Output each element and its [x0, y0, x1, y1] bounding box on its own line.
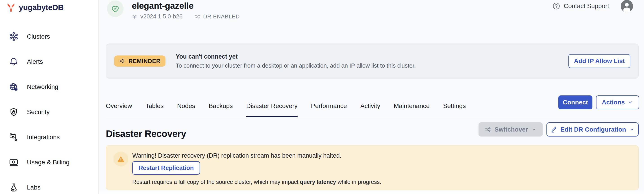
layers-icon [132, 14, 138, 20]
edit-dr-configuration-button[interactable]: Edit DR Configuration [546, 122, 638, 136]
switchover-label: Switchover [494, 126, 528, 133]
sidebar-item-label: Alerts [27, 58, 43, 65]
sidebar-item-label: Clusters [27, 33, 50, 40]
shield-lock-icon [8, 107, 19, 117]
tab-settings[interactable]: Settings [443, 95, 466, 117]
tab-maintenance[interactable]: Maintenance [394, 95, 430, 117]
tab-nodes[interactable]: Nodes [177, 95, 195, 117]
logo-text: yugabyteDB [19, 3, 64, 12]
warning-note-bold: query latency [300, 179, 336, 185]
app-root: yugabyteDB Clusters [0, 0, 644, 194]
shuffle-icon [194, 14, 200, 20]
pencil-icon [550, 126, 557, 133]
actions-label: Actions [602, 99, 625, 106]
sidebar-nav: Clusters Alerts [0, 24, 98, 194]
actions-dropdown-button[interactable]: Actions [596, 95, 639, 109]
restart-replication-button[interactable]: Restart Replication [132, 161, 200, 175]
billing-icon [8, 157, 19, 167]
chevron-down-icon [531, 127, 536, 132]
chevron-down-icon [629, 127, 634, 132]
reminder-message: To connect to your cluster from a deskto… [176, 62, 416, 69]
yugabytedb-logo-icon [6, 2, 16, 13]
sidebar-item-label: Labs [27, 184, 40, 191]
contact-support-link[interactable]: Contact Support [552, 2, 609, 10]
globe-gear-icon [8, 82, 19, 92]
question-circle-icon [552, 2, 560, 10]
reminder-banner: REMINDER You can't connect yet To connec… [106, 44, 638, 79]
connect-button[interactable]: Connect [558, 95, 592, 109]
dr-action-buttons: Switchover Edit DR Configuration [478, 122, 638, 136]
warning-triangle-icon [117, 155, 125, 163]
tab-overview[interactable]: Overview [106, 95, 132, 117]
sidebar-item-alerts[interactable]: Alerts [0, 49, 98, 74]
warning-title: Warning! Disaster recovery (DR) replicat… [132, 152, 341, 159]
dr-halted-warning-banner: Warning! Disaster recovery (DR) replicat… [106, 145, 638, 190]
tab-performance[interactable]: Performance [311, 95, 347, 117]
sidebar-item-labs[interactable]: Labs [0, 175, 98, 194]
yugabytedb-logo[interactable]: yugabyteDB [6, 2, 64, 13]
cluster-health-badge [107, 1, 124, 17]
warning-icon-circle [114, 151, 128, 166]
cluster-meta: v2024.1.5.0-b26 DR ENABLED [132, 13, 240, 20]
heart-check-icon [110, 4, 120, 14]
dr-enabled-badge: DR ENABLED [203, 14, 240, 20]
cluster-name-title: elegant-gazelle [132, 1, 194, 11]
content-bottom-strip [99, 191, 644, 194]
sidebar-item-security[interactable]: Security [0, 99, 98, 125]
flask-icon [8, 182, 19, 193]
bell-icon [8, 57, 19, 67]
sidebar-item-label: Integrations [27, 134, 60, 141]
edit-dr-label: Edit DR Configuration [560, 126, 626, 133]
add-ip-allow-list-button[interactable]: Add IP Allow List [568, 54, 630, 68]
tab-backups[interactable]: Backups [209, 95, 233, 117]
reminder-badge-label: REMINDER [128, 58, 160, 65]
integrations-icon [8, 132, 19, 142]
cluster-version: v2024.1.5.0-b26 [140, 13, 182, 20]
sidebar-item-usage-billing[interactable]: Usage & Billing [0, 150, 98, 175]
tab-activity[interactable]: Activity [360, 95, 380, 117]
sidebar-item-integrations[interactable]: Integrations [0, 125, 98, 150]
user-avatar[interactable] [621, 0, 633, 12]
sidebar-item-label: Usage & Billing [27, 159, 70, 166]
switchover-dropdown-button[interactable]: Switchover [478, 122, 543, 136]
sidebar-item-label: Networking [27, 83, 58, 90]
clusters-icon [8, 32, 19, 42]
reminder-badge: REMINDER [114, 56, 166, 67]
sidebar-item-label: Security [27, 108, 50, 116]
tab-tables[interactable]: Tables [146, 95, 164, 117]
page-title: Disaster Recovery [106, 128, 186, 139]
contact-support-label: Contact Support [564, 3, 609, 10]
megaphone-icon [119, 58, 126, 64]
reminder-texts: You can't connect yet To connect to your… [176, 53, 416, 69]
warning-note: Restart requires a full copy of the sour… [132, 179, 381, 185]
chevron-down-icon [628, 99, 633, 105]
tab-disaster-recovery[interactable]: Disaster Recovery [246, 95, 298, 117]
reminder-title: You can't connect yet [176, 53, 416, 60]
sidebar-item-networking[interactable]: Networking [0, 74, 98, 99]
cluster-actions: Connect Actions [558, 95, 639, 109]
sidebar: yugabyteDB Clusters [0, 0, 99, 194]
sidebar-item-clusters[interactable]: Clusters [0, 24, 98, 49]
shuffle-icon [484, 126, 491, 133]
